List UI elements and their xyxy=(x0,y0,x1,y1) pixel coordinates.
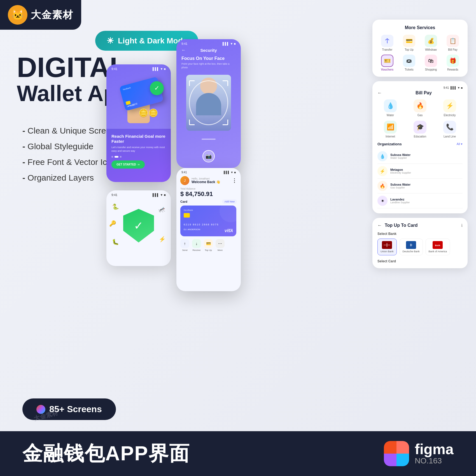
bp-education[interactable]: 🎓 Education xyxy=(407,121,433,138)
sun-icon: ☀ xyxy=(106,36,114,46)
svg-text:BofA: BofA xyxy=(435,244,440,247)
electricity-icon: ⚡ xyxy=(443,99,456,112)
fly-item-2: 🦟 xyxy=(158,206,165,213)
select-bank-label: Select Bank xyxy=(377,232,463,236)
bottom-bar: 金融钱包APP界面 figma NO.163 xyxy=(0,431,476,476)
withdraw-icon: 💰 xyxy=(425,35,437,47)
phone4-status-bar: 9:41 ▌▌▌ ▼ ■ xyxy=(176,168,241,175)
billpay-header: ← Bill Pay xyxy=(377,90,463,95)
internet-icon: 📶 xyxy=(384,121,397,134)
topup-to-card: ← Top Up To Card ℹ Select Bank Union Ban… xyxy=(372,218,468,268)
billpay-grid: 💧 Water 🔥 Gas ⚡ Electricity 📶 Internet 🎓… xyxy=(377,99,463,138)
phone-shield: 9:41 ▌▌▌ ▼ ■ 🐍 🦟 🔑 ⚡ 🐛 ✓ xyxy=(106,190,171,266)
coins-icon: 🪙🪙 xyxy=(139,108,158,118)
phone2-status-bar: 9:41 ▌▌▌ ▼ ■ xyxy=(176,39,241,46)
bofa-logo: BofA xyxy=(433,241,443,249)
org-subsea-gas[interactable]: 🔥 Subsea Water Gas Supplier xyxy=(377,179,463,193)
organizations-header: Organizations All ▾ xyxy=(377,142,463,146)
figma-q4 xyxy=(396,454,409,466)
org-subsea-water[interactable]: 💧 Subsea Water Water Supplier xyxy=(377,149,463,164)
chip-icon xyxy=(184,213,190,218)
bank-bofa[interactable]: BofA Bank of America xyxy=(426,239,450,255)
greeting-area: Hello, Jonathan! Welcome Back 👋 xyxy=(192,177,230,184)
more-options-btn[interactable]: ⋮ xyxy=(232,178,237,184)
org-lavandez-icon: ✴ xyxy=(377,196,388,206)
right-panel: More Services Transfer 💳 Top Up 💰 Withdr… xyxy=(372,20,468,268)
bp-gas[interactable]: 🔥 Gas xyxy=(407,99,433,117)
add-new-btn[interactable]: Add New xyxy=(222,199,237,204)
service-topup[interactable]: 💳 Top Up xyxy=(400,35,418,51)
transfer-icon xyxy=(381,35,393,47)
bp-water[interactable]: 💧 Water xyxy=(377,99,403,117)
gas-icon: 🔥 xyxy=(414,99,426,112)
org-subsea-water-icon: 💧 xyxy=(377,151,388,161)
phone1-bottom-content: Reach Financial Goal more Faster Let's t… xyxy=(106,129,171,182)
deutsche-bank-logo: D xyxy=(406,241,416,249)
billpay-status-bar: 9:41 ▌▌▌ ▼ ■ xyxy=(377,86,463,89)
total-balance-label: Total Balance xyxy=(176,186,241,190)
service-withdraw[interactable]: 💰 Withdraw xyxy=(422,35,440,51)
landline-icon: 📞 xyxy=(443,121,456,134)
service-vouchers[interactable]: 🎫 Vouchers xyxy=(378,55,396,71)
bank-union[interactable]: Union Bank xyxy=(377,239,397,255)
topup-back-btn[interactable]: ← xyxy=(377,223,382,228)
bp-landline[interactable]: 📞 Land Line xyxy=(437,121,463,138)
figma-q2 xyxy=(396,441,409,454)
qa-send[interactable]: ↑ Send xyxy=(180,239,189,251)
phone-dashboard: 9:41 ▌▌▌ ▼ ■ J Hello, Jonathan! Welcome … xyxy=(176,168,241,291)
feature-2: Global Styleguide xyxy=(22,142,120,151)
bp-internet[interactable]: 📶 Internet xyxy=(377,121,403,138)
figma-icon xyxy=(384,441,409,466)
phone-security: 9:41 ▌▌▌ ▼ ■ ← Security Focus On Your Fa… xyxy=(176,39,241,168)
phone-onboarding: 9:41 ▌▌▌ ▼ ■ SKIP NeoBank •••• 8808 ✓ 🪙🪙… xyxy=(106,64,171,182)
receive-icon: ↓ xyxy=(192,239,201,248)
topup-info-icon[interactable]: ℹ xyxy=(461,223,463,228)
org-filter-btn[interactable]: All ▾ xyxy=(457,142,463,146)
more-icon: ⋯ xyxy=(216,239,225,248)
carousel-dots xyxy=(111,156,166,158)
quick-actions: ↑ Send ↓ Receive 💳 Top Up ⋯ More xyxy=(176,236,241,251)
corner-tl xyxy=(189,80,195,86)
phone2-desc: Point your face right at the box, then t… xyxy=(176,62,241,69)
dot-1 xyxy=(111,156,113,158)
water-icon: 💧 xyxy=(384,99,397,112)
phone1-3d-illustration: NeoBank •••• 8808 ✓ 🪙🪙 xyxy=(112,73,165,129)
face-circle xyxy=(189,80,228,125)
union-bank-logo xyxy=(382,241,392,249)
back-arrow-icon[interactable]: ← xyxy=(181,48,186,53)
figma-no: NO.163 xyxy=(415,456,454,465)
more-services-card: More Services Transfer 💳 Top Up 💰 Withdr… xyxy=(372,20,468,77)
tickets-icon: 🎟 xyxy=(403,55,415,67)
service-shopping[interactable]: 🛍 Shopping xyxy=(422,55,440,71)
org-lavandez[interactable]: ✴ Lavandez Landline Supplier xyxy=(377,193,463,208)
figma-text-area: figma NO.163 xyxy=(415,442,454,465)
camera-btn[interactable]: 📷 xyxy=(202,150,215,162)
feature-3: Free Font & Vector Icons xyxy=(22,157,120,167)
more-services-title: More Services xyxy=(378,25,462,30)
service-rewards[interactable]: 🎁 Rewards xyxy=(444,55,462,71)
watermark-badge: 🐱 大金素材 xyxy=(0,0,81,30)
org-metagon[interactable]: ⚡ Metagon Electricity Supplier xyxy=(377,164,463,179)
feature-1: Clean & Unique Screens xyxy=(22,126,120,136)
topup-icon: 💳 xyxy=(204,239,213,248)
bp-electricity[interactable]: ⚡ Electricity xyxy=(437,99,463,117)
qa-more[interactable]: ⋯ More xyxy=(216,239,225,251)
dot-3 xyxy=(120,156,122,158)
billpay-icon: 📋 xyxy=(447,35,459,47)
billpay-back-btn[interactable]: ← xyxy=(377,90,382,95)
watermark-mascot: 🐱 xyxy=(8,5,27,25)
qa-topup[interactable]: 💳 Top Up xyxy=(204,239,213,251)
phone1-status-bar: 9:41 ▌▌▌ ▼ ■ xyxy=(106,64,171,72)
face-overlay xyxy=(176,69,241,136)
service-transfer[interactable]: Transfer xyxy=(378,35,396,51)
check-shield-icon: ✓ xyxy=(150,81,164,95)
rewards-icon: 🎁 xyxy=(447,55,459,67)
phone2-headline: Focus On Your Face xyxy=(176,54,241,62)
education-icon: 🎓 xyxy=(414,121,426,134)
get-started-btn[interactable]: GET STARTED ›› xyxy=(111,160,145,169)
qa-receive[interactable]: ↓ Receive xyxy=(192,239,201,251)
service-tickets[interactable]: 🎟 Tickets xyxy=(400,55,418,71)
service-billpay[interactable]: 📋 Bill Pay xyxy=(444,35,462,51)
face-recognition-area xyxy=(176,69,241,136)
bank-deutsche[interactable]: D Deutsche Bank xyxy=(400,239,423,255)
